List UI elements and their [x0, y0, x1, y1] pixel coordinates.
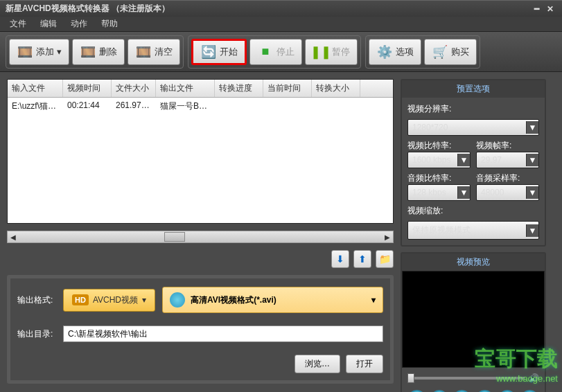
th-curtime[interactable]: 当前时间: [263, 80, 312, 97]
output-dir-input[interactable]: [63, 326, 383, 342]
chevron-down-icon: ▼: [526, 154, 538, 166]
minimize-button[interactable]: ━: [530, 3, 543, 15]
chevron-down-icon: ▼: [457, 154, 470, 166]
preset-panel: 预置选项 视频分辨率: 1280*720▼ 视频比特率:1600 kbps▼ 视…: [401, 79, 546, 247]
seek-slider[interactable]: [407, 377, 525, 380]
video-preview: [402, 271, 545, 368]
output-panel: 输出格式: HDAVCHD视频 ▾ 高清AVI视频格式(*.avi)▾ 输出目录…: [7, 275, 394, 384]
preview-title: 视频预览: [402, 253, 545, 271]
output-dir-label: 输出目录:: [17, 328, 56, 340]
menu-file[interactable]: 文件: [3, 16, 33, 32]
format-category-button[interactable]: HDAVCHD视频 ▾: [63, 289, 155, 312]
open-button[interactable]: 打开: [346, 355, 383, 373]
th-outsize[interactable]: 转换大小: [312, 80, 360, 97]
move-down-button[interactable]: ⬇: [331, 250, 349, 268]
add-button[interactable]: 🎞️添加 ▾: [9, 39, 69, 65]
abitrate-select[interactable]: 128 kbps▼: [407, 184, 471, 201]
stop-icon: ■: [257, 44, 274, 60]
th-input[interactable]: 输入文件: [8, 80, 63, 97]
volume-icon[interactable]: 🔊: [529, 373, 539, 383]
th-output[interactable]: 输出文件: [156, 80, 215, 97]
options-button[interactable]: ⚙️选项: [369, 39, 421, 65]
folder-button[interactable]: 📁: [376, 250, 394, 268]
pause-button[interactable]: ❚❚暂停: [305, 39, 358, 65]
table-row[interactable]: E:\uzzf\猫屎… 00:21:44 261.97MB 猫屎一号B…: [8, 98, 393, 115]
format-icon: [170, 292, 185, 308]
move-up-button[interactable]: ⬆: [353, 250, 371, 268]
th-size[interactable]: 文件大小: [112, 80, 156, 97]
stop-button[interactable]: ■停止: [249, 39, 302, 65]
asample-select[interactable]: 48000▼: [476, 184, 539, 201]
film-clear-icon: 🎞️: [135, 44, 152, 60]
vbitrate-select[interactable]: 1600 kbps▼: [407, 152, 471, 168]
delete-button[interactable]: 🎞️删除: [72, 39, 125, 65]
menu-help[interactable]: 帮助: [94, 16, 125, 32]
format-profile-button[interactable]: 高清AVI视频格式(*.avi)▾: [162, 287, 383, 313]
menu-action[interactable]: 动作: [64, 16, 94, 32]
close-button[interactable]: ✕: [544, 3, 556, 15]
film-delete-icon: 🎞️: [80, 44, 96, 60]
resolution-select[interactable]: 1280*720▼: [407, 119, 539, 136]
refresh-icon: 🔄: [200, 44, 217, 60]
chevron-down-icon: ▼: [526, 186, 538, 199]
file-table: 输入文件 视频时间 文件大小 输出文件 转换进度 当前时间 转换大小 E:\uz…: [7, 79, 394, 224]
menu-edit[interactable]: 编辑: [33, 16, 64, 32]
output-format-label: 输出格式:: [17, 294, 56, 306]
th-progress[interactable]: 转换进度: [215, 80, 263, 97]
film-add-icon: 🎞️: [17, 44, 33, 60]
chevron-down-icon: ▼: [526, 121, 538, 134]
toolbar: 🎞️添加 ▾ 🎞️删除 🎞️清空 🔄开始 ■停止 ❚❚暂停 ⚙️选项 🛒购买: [0, 32, 562, 72]
folder-icon: 📁: [379, 253, 391, 265]
gear-icon: ⚙️: [376, 44, 393, 60]
window-title: 新星AVCHD视频格式转换器 （未注册版本）: [6, 3, 170, 15]
scale-select[interactable]: 保持原视频模式▼: [407, 221, 539, 240]
arrow-down-icon: ⬇: [336, 253, 344, 265]
cart-icon: 🛒: [432, 44, 448, 60]
titlebar: 新星AVCHD视频格式转换器 （未注册版本） ━ ✕: [0, 0, 562, 17]
preset-title: 预置选项: [402, 80, 545, 98]
preview-panel: 视频预览 🔊 ▶ ❚❚ ■ ⏮ ⏭ 📷: [401, 252, 546, 392]
th-duration[interactable]: 视频时间: [63, 80, 112, 97]
browse-button[interactable]: 浏览…: [295, 355, 340, 373]
menubar: 文件 编辑 动作 帮助: [0, 17, 562, 32]
buy-button[interactable]: 🛒购买: [424, 39, 477, 65]
chevron-down-icon: ▼: [526, 224, 538, 237]
pause-icon: ❚❚: [313, 44, 329, 60]
fps-select[interactable]: 29.97▼: [476, 152, 539, 168]
start-button[interactable]: 🔄开始: [191, 39, 247, 65]
chevron-down-icon: ▼: [457, 186, 470, 199]
clear-button[interactable]: 🎞️清空: [128, 39, 180, 65]
arrow-up-icon: ⬆: [358, 253, 367, 265]
hscrollbar[interactable]: ◀▶: [7, 231, 394, 243]
